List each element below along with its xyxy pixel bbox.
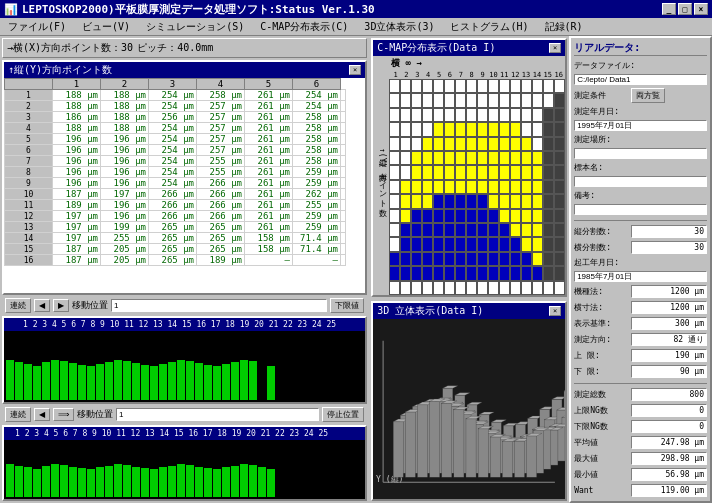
right-title: リアルデータ: [574,41,707,56]
btn-next-2[interactable]: ⟹ [53,408,74,421]
map-cell [477,223,488,237]
cell-13-4: 158 μm [245,233,293,244]
cell-2-6 [341,112,346,123]
threed-svg: Y (縦) [373,319,565,499]
pos-input-2[interactable] [116,408,319,421]
map-cell [400,223,411,237]
map-cell [444,223,455,237]
map-cell [389,209,400,223]
cell-8-6 [341,178,346,189]
chart-title-1: 1 2 3 4 5 6 7 8 9 10 11 12 13 14 15 16 1… [4,318,365,331]
map-cell [532,93,543,107]
map-cell [477,93,488,107]
map-cell [422,108,433,122]
y-div-row: 横分割数: 30 [574,241,707,254]
map-cell [532,165,543,179]
col-header-2: 2 [101,79,149,90]
threed-close-btn[interactable]: × [549,306,561,316]
map-cell [389,93,400,107]
col-header-1: 1 [53,79,101,90]
bar-element [213,469,221,497]
table-container[interactable]: 1 2 3 4 5 6 1188 μm188 μm254 μm258 μm261… [4,78,365,293]
map-cell [510,252,521,266]
menu-3d[interactable]: 3D立体表示(3) [360,20,438,34]
map-cell [521,194,532,208]
map-cell [521,165,532,179]
maximize-button[interactable]: □ [678,3,692,15]
menu-cmap[interactable]: C-MAP分布表示(C) [256,20,352,34]
btn-play-1[interactable]: 連続 [5,298,31,313]
map-cell [389,165,400,179]
cell-4-2: 254 μm [149,134,197,145]
menu-histogram[interactable]: ヒストグラム(H) [446,20,532,34]
btn-prev-1[interactable]: ◀ [34,299,50,312]
menu-simulation[interactable]: シミュレーション(S) [142,20,248,34]
note-row: 備考: [574,190,707,201]
btn-next-1[interactable]: ▶ [53,299,69,312]
cell-13-5: 71.4 μm [293,233,341,244]
cell-5-5: 258 μm [293,145,341,156]
cell-12-0: 197 μm [53,222,101,233]
bar-element [258,467,266,497]
x-div-value: 30 [631,225,707,238]
btn-play-2[interactable]: 連続 [5,407,31,422]
map-cell [543,108,554,122]
menu-record[interactable]: 記録(R) [541,20,587,34]
measure-acc-value: 82 通り [631,333,707,346]
cell-15-0: 187 μm [53,255,101,266]
title-text: LEPTOSKOP2000)平板膜厚測定データ処理ソフト:Status Ver.… [22,2,375,17]
bar-element [114,464,122,497]
note-input[interactable] [574,204,707,215]
map-cell [389,223,400,237]
map-cell [554,281,565,295]
cell-5-4: 261 μm [245,145,293,156]
map-cell [477,108,488,122]
row-num-cell: 15 [5,244,53,255]
map-cell [466,151,477,165]
map-cell [455,93,466,107]
bar-front [393,422,403,478]
pos-input-1[interactable] [111,299,327,312]
measure-month-input[interactable] [574,120,707,131]
max-value: 298.98 μm [631,452,707,465]
map-cell [510,180,521,194]
btn-prev-2[interactable]: ◀ [34,408,50,421]
map-cell [554,165,565,179]
table-row: 14197 μm255 μm265 μm265 μm158 μm71.4 μm [5,233,346,244]
map-cell [510,209,521,223]
minimize-button[interactable]: _ [662,3,676,15]
y-div-value: 30 [631,241,707,254]
cmap-close-btn[interactable]: × [549,43,561,53]
map-cell [433,252,444,266]
data-file-input[interactable] [574,74,707,85]
map-cell [422,79,433,93]
btn-stop-1[interactable]: 下限値 [330,298,364,313]
chart-window-2: 1 2 3 4 5 6 7 8 9 10 11 12 13 14 15 16 1… [2,425,367,501]
cell-9-6 [341,189,346,200]
map-cell [411,93,422,107]
map-cell [400,266,411,280]
btn-stop-2[interactable]: 停止位置 [322,407,364,422]
bar-top [564,388,565,391]
menu-file[interactable]: ファイル(F) [4,20,70,34]
sample-input[interactable] [574,176,707,187]
ground-date-row: 起工年月日: [574,257,707,268]
menu-view[interactable]: ビュー(V) [78,20,134,34]
map-cell [389,108,400,122]
ground-date-input[interactable] [574,271,707,282]
bar-element [204,365,212,400]
cell-2-2: 256 μm [149,112,197,123]
camera-label: 機種法: [574,286,629,297]
bar-front [515,441,525,477]
map-cell [444,151,455,165]
map-cell [433,165,444,179]
close-button[interactable]: × [694,3,708,15]
window-close-btn1[interactable]: × [349,65,361,75]
bar-element [267,469,275,497]
measure-place-input[interactable] [574,148,707,159]
table-row: 10187 μm197 μm266 μm266 μm261 μm262 μm [5,189,346,200]
btn-measure-both[interactable]: 両方覧 [631,88,665,103]
map-cell [488,281,499,295]
bar-front [490,437,500,477]
map-cell [499,137,510,151]
